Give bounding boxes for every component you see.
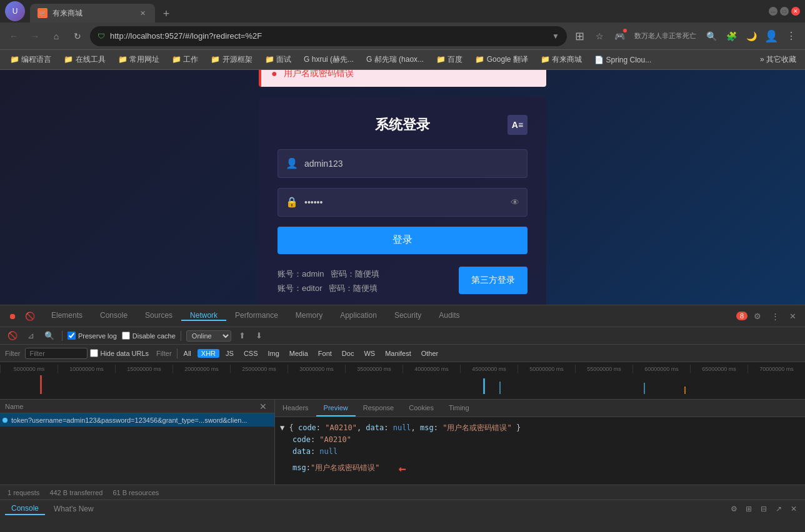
- disable-cache-checkbox[interactable]: [122, 332, 130, 340]
- cookies-tab[interactable]: Cookies: [401, 400, 441, 416]
- tab-close-button[interactable]: ✕: [138, 8, 148, 18]
- devtools-settings-button[interactable]: ⚙: [750, 308, 765, 323]
- preserve-log-label[interactable]: Preserve log: [68, 332, 117, 340]
- preview-tab[interactable]: Preview: [316, 400, 356, 416]
- bookmark-item-haoxianrui[interactable]: G 郝先瑞 (haox...: [361, 53, 429, 66]
- console-close-button[interactable]: ✕: [788, 503, 800, 515]
- expand-arrow[interactable]: ▼: [280, 423, 284, 432]
- filter-xhr-button[interactable]: XHR: [198, 349, 219, 358]
- filter-doc-button[interactable]: Doc: [338, 349, 358, 358]
- filter-media-button[interactable]: Media: [286, 349, 312, 358]
- external-link-button[interactable]: 数万老人非正常死亡: [631, 27, 700, 45]
- tick-8: 40000000 ms: [402, 365, 460, 373]
- search-button[interactable]: 🔍: [702, 27, 720, 45]
- active-tab[interactable]: 🛒 有来商城 ✕: [30, 4, 155, 22]
- password-input[interactable]: [304, 197, 511, 207]
- console-settings-button[interactable]: ⚙: [728, 503, 740, 515]
- filter-font-button[interactable]: Font: [314, 349, 336, 358]
- hide-data-urls-label[interactable]: Hide data URLs: [90, 349, 149, 357]
- export-button[interactable]: ⬇: [253, 330, 265, 342]
- eye-toggle-icon[interactable]: 👁: [511, 197, 519, 207]
- clear-button[interactable]: 🚫: [5, 330, 20, 342]
- tab-application[interactable]: Application: [331, 311, 386, 321]
- tab-sources[interactable]: Sources: [136, 311, 181, 321]
- close-detail-button[interactable]: ✕: [257, 400, 269, 413]
- bookmark-item-work[interactable]: 📁 工作: [167, 53, 203, 66]
- throttle-select[interactable]: Online Fast 3G Slow 3G Offline: [186, 330, 231, 342]
- filter-toggle-button[interactable]: ⊿: [25, 330, 37, 342]
- bookmark-item-tools[interactable]: 📁 在线工具: [59, 53, 110, 66]
- tab-audits[interactable]: Audits: [430, 311, 468, 321]
- filter-manifest-button[interactable]: Manifest: [381, 349, 415, 358]
- bookmark-star[interactable]: ☆: [591, 27, 608, 45]
- console-tab[interactable]: Console: [5, 503, 45, 515]
- bookmark-item-baidu[interactable]: 📁 百度: [431, 53, 468, 66]
- username-input[interactable]: [304, 159, 519, 169]
- maximize-button[interactable]: □: [780, 7, 789, 16]
- tab-security[interactable]: Security: [386, 311, 430, 321]
- bookmark-item-ylsc[interactable]: 📁 有来商城: [536, 53, 587, 66]
- devtools-more-button[interactable]: ⋮: [768, 308, 782, 323]
- bookmark-item-interview[interactable]: 📁 面试: [260, 53, 296, 66]
- bookmark-item-programming[interactable]: 📁 编程语言: [5, 53, 56, 66]
- menu-button[interactable]: ⋮: [782, 27, 800, 45]
- record-button[interactable]: ⏺: [5, 308, 20, 323]
- hint-editor: 账号：editor 密码：随便填: [278, 281, 444, 295]
- tab-elements[interactable]: Elements: [42, 311, 91, 321]
- bookmarks-more-button[interactable]: » 其它收藏: [756, 53, 800, 66]
- stop-recording-button[interactable]: 🚫: [22, 308, 38, 323]
- filter-css-button[interactable]: CSS: [240, 349, 262, 358]
- bookmark-item-websites[interactable]: 📁 常用网址: [113, 53, 164, 66]
- timeline-bar-3: [499, 382, 501, 394]
- forward-button[interactable]: →: [26, 27, 44, 45]
- bookmark-item-springcloud[interactable]: 📄 Spring Clou...: [589, 54, 656, 66]
- close-button[interactable]: ✕: [791, 7, 800, 16]
- reload-button[interactable]: ↻: [69, 27, 86, 45]
- tab-network[interactable]: Network: [181, 311, 226, 321]
- night-mode-button[interactable]: 🌙: [742, 27, 760, 45]
- name-column-header: Name: [5, 403, 257, 410]
- filter-other-button[interactable]: Other: [418, 349, 442, 358]
- third-party-login-button[interactable]: 第三方登录: [459, 267, 528, 294]
- username-group: 👤: [278, 149, 528, 178]
- tab-performance[interactable]: Performance: [226, 311, 287, 321]
- translate-button[interactable]: A≡: [508, 115, 528, 135]
- console-undock-button[interactable]: ↗: [772, 503, 785, 515]
- login-button[interactable]: 登录: [278, 227, 528, 254]
- network-row-token[interactable]: token?username=admin123&password=123456&…: [0, 413, 274, 427]
- requests-count: 1 requests: [8, 489, 39, 496]
- devtools-close-button[interactable]: ✕: [785, 308, 800, 323]
- response-tab[interactable]: Response: [356, 400, 402, 416]
- filter-ws-button[interactable]: WS: [360, 349, 379, 358]
- headers-tab[interactable]: Headers: [275, 400, 316, 416]
- user-account-button[interactable]: 👤: [762, 27, 780, 45]
- bookmark-item-opensource[interactable]: 📁 开源框架: [206, 53, 257, 66]
- back-button[interactable]: ←: [5, 27, 22, 45]
- console-sidebar-button[interactable]: ⊞: [742, 503, 755, 515]
- tab-console[interactable]: Console: [91, 311, 136, 321]
- bookmark-item-hxrui[interactable]: G hxrui (赫先...: [299, 53, 359, 66]
- disable-cache-label[interactable]: Disable cache: [122, 332, 176, 340]
- import-button[interactable]: ⬆: [236, 330, 248, 342]
- filter-input[interactable]: [25, 348, 88, 359]
- new-tab-button[interactable]: +: [158, 5, 175, 22]
- notification-button[interactable]: 🎮: [611, 27, 628, 45]
- timeline: 5000000 ms 10000000 ms 15000000 ms 20000…: [0, 362, 805, 400]
- minimize-button[interactable]: —: [769, 7, 778, 16]
- hide-data-urls-checkbox[interactable]: [90, 349, 98, 357]
- filter-all-button[interactable]: All: [180, 349, 195, 358]
- filter-img-button[interactable]: Img: [264, 349, 283, 358]
- home-button[interactable]: ⌂: [48, 27, 65, 45]
- whats-new-tab[interactable]: What's New: [48, 503, 100, 515]
- address-bar[interactable]: 🛡 http://localhost:9527/#/login?redirect…: [90, 26, 567, 46]
- preserve-log-checkbox[interactable]: [68, 332, 76, 340]
- browser-chrome: U 🛒 有来商城 ✕ + — □ ✕ ← → ⌂ ↻ 🛡 http://loca…: [0, 0, 805, 517]
- bookmark-item-translate[interactable]: 📁 Google 翻译: [470, 53, 532, 66]
- console-dock-button[interactable]: ⊟: [758, 503, 770, 515]
- extensions-icon[interactable]: 🧩: [722, 27, 740, 45]
- tab-memory[interactable]: Memory: [287, 311, 331, 321]
- timing-tab[interactable]: Timing: [441, 400, 477, 416]
- search-network-button[interactable]: 🔍: [42, 330, 57, 342]
- extensions-button[interactable]: ⊞: [571, 27, 588, 45]
- filter-js-button[interactable]: JS: [222, 349, 238, 358]
